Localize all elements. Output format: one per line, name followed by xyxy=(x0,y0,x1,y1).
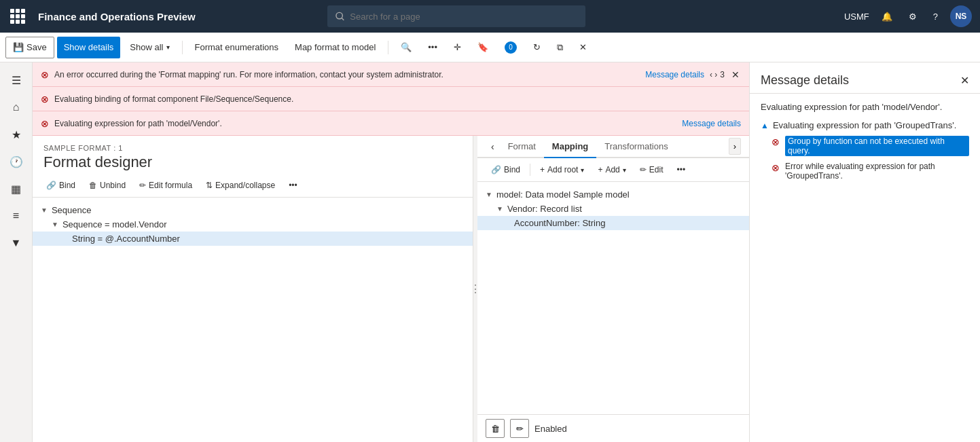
tree-item-string-account[interactable]: String = @.AccountNumber xyxy=(33,232,473,246)
bookmark-button[interactable]: 🔖 xyxy=(471,37,495,58)
sidebar-filter[interactable]: ▼ xyxy=(4,231,29,255)
collapse-icon[interactable]: ▲ xyxy=(761,121,769,130)
message-details-link-main[interactable]: Message details xyxy=(645,70,704,79)
grid-menu-button[interactable] xyxy=(8,7,27,26)
tree-item-sequence-vendor[interactable]: ▼ Sequence = model.Vendor xyxy=(33,217,473,232)
show-details-button[interactable]: Show details xyxy=(57,37,121,58)
bottom-bar: 🗑 ✏ Enabled xyxy=(477,414,749,442)
mapping-bind-button[interactable]: 🔗 Bind xyxy=(486,162,526,177)
add-root-chevron: ▾ xyxy=(581,166,584,174)
sample-label: SAMPLE FORMAT : 1 xyxy=(43,144,462,152)
settings-button[interactable]: ⚙ xyxy=(905,9,921,24)
bind-label: Bind xyxy=(59,181,75,190)
more-mapping-options[interactable]: ••• xyxy=(671,162,691,177)
show-all-label: Show all xyxy=(130,42,163,52)
tree-arrow-sequence: ▼ xyxy=(41,206,48,214)
mapping-bind-label: Bind xyxy=(504,165,520,174)
help-button[interactable]: ? xyxy=(929,9,942,24)
show-all-button[interactable]: Show all ▾ xyxy=(123,37,176,58)
error-close-button[interactable]: ✕ xyxy=(730,68,741,81)
tree-item-sequence[interactable]: ▼ Sequence xyxy=(33,203,473,217)
dt-arrow-vendor: ▼ xyxy=(496,205,503,213)
edit-icon: ✏ xyxy=(640,165,647,174)
sidebar-clock[interactable]: 🕐 xyxy=(4,149,29,174)
search-icon xyxy=(335,12,344,21)
top-bar: Finance and Operations Preview USMF 🔔 ⚙ … xyxy=(0,0,980,33)
unbind-button[interactable]: 🗑 Unbind xyxy=(84,178,131,193)
error-banner-sub2: ⊗ Evaluating expression for path 'model/… xyxy=(33,111,749,136)
dt-item-model[interactable]: ▼ model: Data model Sample model xyxy=(477,187,749,202)
dt-label-account: AccountNumber: String xyxy=(514,218,605,228)
sidebar-star[interactable]: ★ xyxy=(4,122,29,147)
tab-mapping[interactable]: Mapping xyxy=(544,136,596,158)
error-sub2-text: Evaluating expression for path 'model/Ve… xyxy=(54,119,676,128)
mapping-bind-icon: 🔗 xyxy=(491,165,501,174)
edit-bottom-button[interactable]: ✏ xyxy=(510,419,529,438)
error-banner-main: ⊗ An error occurred during the 'Format m… xyxy=(33,62,749,87)
sidebar-grid[interactable]: ▦ xyxy=(4,177,29,201)
avatar[interactable]: NS xyxy=(950,5,972,27)
edit-label: Edit xyxy=(649,165,664,174)
edit-mapping-button[interactable]: ✏ Edit xyxy=(634,162,669,177)
expand-collapse-icon: ⇅ xyxy=(206,181,213,190)
format-panel: SAMPLE FORMAT : 1 Format designer 🔗 Bind… xyxy=(33,136,473,442)
edit-formula-button[interactable]: ✏ Edit formula xyxy=(134,178,198,193)
sidebar-home[interactable]: ⌂ xyxy=(4,95,29,119)
counter-button[interactable]: 0 xyxy=(498,37,524,58)
tree-label-string: String = @.AccountNumber xyxy=(72,234,180,244)
dt-item-account[interactable]: AccountNumber: String xyxy=(477,216,749,230)
search-toolbar-button[interactable]: 🔍 xyxy=(394,37,418,58)
refresh-button[interactable]: ↻ xyxy=(526,37,547,58)
designer-title: Format designer xyxy=(43,153,462,171)
tab-back-button[interactable]: ‹ xyxy=(486,139,500,155)
error-count: 3 xyxy=(720,70,725,79)
expand-collapse-button[interactable]: ⇅ Expand/collapse xyxy=(200,178,280,193)
message-panel-close[interactable]: ✕ xyxy=(960,74,969,87)
search-box[interactable] xyxy=(327,5,585,27)
bind-button[interactable]: 🔗 Bind xyxy=(41,178,81,193)
company-selector[interactable]: USMF xyxy=(844,12,869,22)
sidebar-hamburger[interactable]: ☰ xyxy=(4,68,29,92)
error-counter: ‹ › 3 xyxy=(710,70,725,79)
show-details-label: Show details xyxy=(64,42,114,52)
close-toolbar-button[interactable]: ✕ xyxy=(573,37,594,58)
message-top-text: Evaluating expression for path 'model/Ve… xyxy=(761,102,969,112)
tree-arrow-vendor: ▼ xyxy=(52,221,58,228)
add-root-button[interactable]: + Add root ▾ xyxy=(534,162,589,177)
message-expand-row: ▲ Evaluating expression for path 'Groupe… xyxy=(761,120,969,130)
tab-transformations[interactable]: Transformations xyxy=(596,136,676,158)
message-error-2-text: Error while evaluating expression for pa… xyxy=(785,162,969,181)
message-panel-header: Message details ✕ xyxy=(750,62,980,94)
map-format-button[interactable]: Map format to model xyxy=(288,37,382,58)
save-label: Save xyxy=(26,42,47,52)
more-options-button[interactable]: ••• xyxy=(421,37,444,58)
format-tree: ▼ Sequence ▼ Sequence = model.Vendor Str… xyxy=(33,198,473,442)
mapping-separator-1 xyxy=(530,164,530,176)
enabled-status: Enabled xyxy=(534,424,567,434)
sidebar-list[interactable]: ≡ xyxy=(4,204,29,228)
tab-forward-button[interactable]: › xyxy=(729,138,741,155)
error-banner-sub1: ⊗ Evaluating binding of format component… xyxy=(33,87,749,111)
crosshair-button[interactable]: ✛ xyxy=(447,37,468,58)
search-input[interactable] xyxy=(350,12,577,22)
designer-area: SAMPLE FORMAT : 1 Format designer 🔗 Bind… xyxy=(33,136,749,442)
tab-format[interactable]: Format xyxy=(500,136,544,158)
error-prev-icon[interactable]: ‹ › xyxy=(710,70,717,79)
delete-button[interactable]: 🗑 xyxy=(486,419,505,438)
notification-button[interactable]: 🔔 xyxy=(877,9,896,24)
top-right-actions: USMF 🔔 ⚙ ? NS xyxy=(844,5,972,27)
error-icon-sub1: ⊗ xyxy=(41,94,49,105)
format-enumerations-button[interactable]: Format enumerations xyxy=(188,37,286,58)
edit-formula-icon: ✏ xyxy=(139,181,146,190)
save-icon: 💾 xyxy=(13,42,24,52)
more-format-options[interactable]: ••• xyxy=(283,178,303,193)
add-button[interactable]: + Add ▾ xyxy=(592,162,631,177)
main-toolbar: 💾 Save Show details Show all ▾ Format en… xyxy=(0,33,980,62)
main-layout: ☰ ⌂ ★ 🕐 ▦ ≡ ▼ ⊗ An error occurred during… xyxy=(0,62,980,442)
message-details-link-sub2[interactable]: Message details xyxy=(682,119,741,128)
open-new-button[interactable]: ⧉ xyxy=(550,37,570,58)
save-button[interactable]: 💾 Save xyxy=(5,37,54,58)
toolbar-separator-2 xyxy=(388,41,388,54)
dt-item-vendor[interactable]: ▼ Vendor: Record list xyxy=(477,202,749,216)
data-model-tree: ▼ model: Data model Sample model ▼ Vendo… xyxy=(477,182,749,414)
